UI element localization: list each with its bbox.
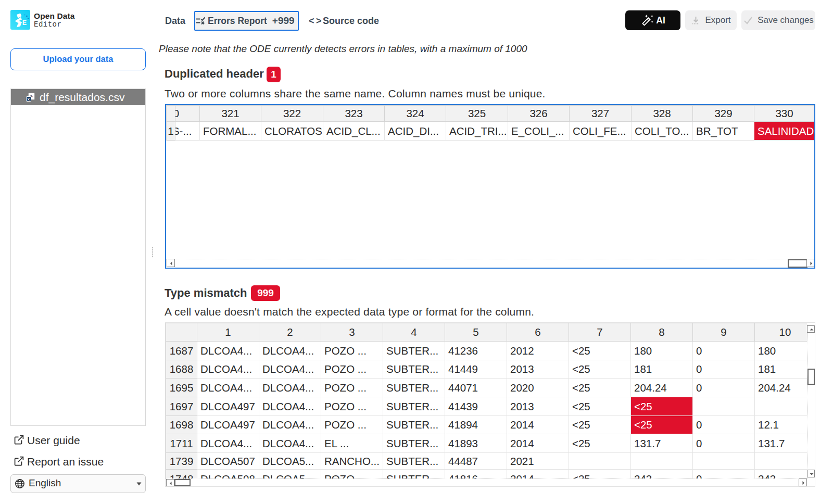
svg-text:x: x — [28, 97, 30, 102]
svg-text:E: E — [22, 19, 27, 27]
